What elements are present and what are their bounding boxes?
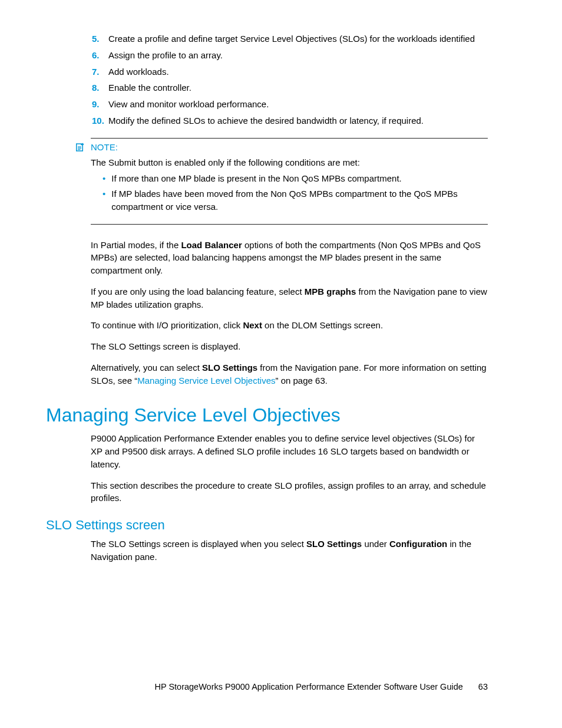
paragraph: In Partial modes, if the Load Balancer o… (91, 239, 488, 277)
list-number: 7. (92, 65, 108, 78)
note-block: NOTE: The Submit button is enabled only … (91, 138, 488, 225)
bullet-text: If MP blades have been moved from the No… (111, 187, 488, 213)
note-header: NOTE: (74, 142, 488, 153)
text-run: ” on page 63. (276, 375, 328, 386)
list-item: 5. Create a profile and define target Se… (92, 32, 488, 45)
note-intro: The Submit button is enabled only if the… (91, 156, 488, 169)
text-run: on the DLOM Settings screen. (262, 320, 383, 330)
paragraph: P9000 Application Performance Extender e… (91, 432, 488, 470)
bullet-item: • If more than one MP blade is present i… (103, 172, 488, 185)
footer-title: HP StorageWorks P9000 Application Perfor… (154, 682, 462, 691)
text-run: The SLO Settings screen is displayed whe… (91, 539, 306, 549)
paragraph: This section describes the procedure to … (91, 479, 488, 505)
list-text: Enable the controller. (108, 81, 488, 94)
list-number: 8. (92, 81, 108, 94)
heading-1: Managing Service Level Objectives (46, 404, 488, 426)
list-item: 9. View and monitor workload performance… (92, 98, 488, 111)
list-number: 9. (92, 98, 108, 111)
text-bold: SLO Settings (306, 539, 362, 549)
text-run: To continue with I/O prioritization, cli… (91, 320, 243, 330)
ordered-list: 5. Create a profile and define target Se… (92, 32, 488, 127)
list-number: 10. (92, 114, 108, 127)
list-item: 10. Modify the defined SLOs to achieve t… (92, 114, 488, 127)
paragraph: The SLO Settings screen is displayed whe… (91, 538, 488, 564)
list-text: View and monitor workload performance. (108, 98, 488, 111)
cross-reference-link[interactable]: Managing Service Level Objectives (137, 375, 275, 386)
document-page: 5. Create a profile and define target Se… (0, 0, 562, 728)
bullet-icon: • (103, 187, 105, 213)
list-item: 7. Add workloads. (92, 65, 488, 78)
paragraph: The SLO Settings screen is displayed. (91, 340, 488, 353)
paragraph: Alternatively, you can select SLO Settin… (91, 361, 488, 387)
list-text: Create a profile and define target Servi… (108, 32, 488, 45)
text-run: If you are only using the load balancing… (91, 286, 305, 297)
text-bold: Configuration (389, 539, 447, 549)
list-text: Add workloads. (108, 65, 488, 78)
list-item: 8. Enable the controller. (92, 81, 488, 94)
text-bold: Next (243, 320, 262, 330)
note-rule-top (91, 138, 488, 139)
list-item: 6. Assign the profile to an array. (92, 49, 488, 62)
note-bullets: • If more than one MP blade is present i… (103, 172, 488, 213)
list-number: 6. (92, 49, 108, 62)
list-number: 5. (92, 32, 108, 45)
heading-2: SLO Settings screen (46, 518, 488, 533)
paragraph: To continue with I/O prioritization, cli… (91, 319, 488, 332)
list-text: Assign the profile to an array. (108, 49, 488, 62)
text-run: In Partial modes, if the (91, 240, 181, 250)
note-rule-bottom (91, 224, 488, 225)
page-footer: HP StorageWorks P9000 Application Perfor… (154, 682, 488, 691)
page-number: 63 (478, 682, 488, 691)
note-icon (74, 142, 85, 153)
text-bold: Load Balancer (181, 240, 242, 250)
bullet-item: • If MP blades have been moved from the … (103, 187, 488, 213)
note-label: NOTE: (91, 142, 118, 152)
text-run: Alternatively, you can select (91, 363, 202, 373)
text-bold: SLO Settings (202, 363, 257, 373)
text-run: under (362, 539, 389, 549)
bullet-icon: • (103, 172, 105, 185)
paragraph: If you are only using the load balancing… (91, 285, 488, 311)
text-bold: MPB graphs (305, 286, 356, 297)
bullet-text: If more than one MP blade is present in … (111, 172, 401, 185)
list-text: Modify the defined SLOs to achieve the d… (108, 114, 488, 127)
